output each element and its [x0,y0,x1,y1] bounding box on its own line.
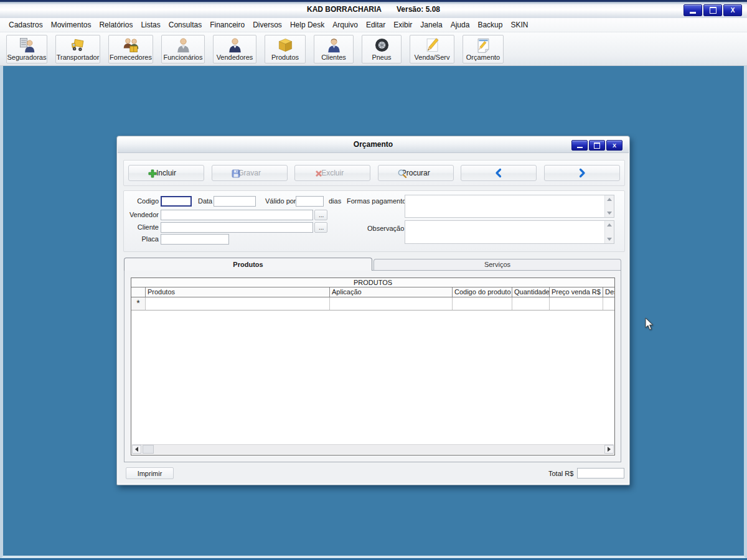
grid-col-codigo-produto[interactable]: Codigo do produto [453,287,512,297]
vendedor-input[interactable] [161,210,313,220]
cliente-input[interactable] [161,222,313,233]
grid-col-desconto[interactable]: Des [603,287,614,297]
procurar-button[interactable]: Procurar [378,165,454,181]
data-input[interactable] [214,196,256,207]
grid-cell[interactable] [453,297,512,310]
toolbar-label: Pneus [372,54,391,62]
minimize-icon [690,12,696,14]
scrollbar-thumb[interactable] [143,445,154,454]
total-input[interactable] [577,468,624,478]
maximize-icon [594,142,600,149]
scroll-right-button[interactable] [604,445,614,454]
previous-button[interactable] [461,165,537,181]
plus-icon [148,169,157,179]
orcamento-titlebar: Orçamento X [118,137,629,153]
menu-listas[interactable]: Listas [137,19,164,31]
scroll-up-icon[interactable] [607,223,612,226]
toolbar-label: Seguradoras [7,54,47,62]
menu-help-desk[interactable]: Help Desk [286,19,328,31]
toolbar-transportador-button[interactable]: Transportador [55,35,100,63]
dialog-close-button[interactable]: X [606,140,622,151]
search-icon [397,169,407,179]
scroll-left-button[interactable] [132,445,141,454]
grid-cell[interactable] [603,297,614,310]
grid-col-preco-venda[interactable]: Preço venda R$ [550,287,603,297]
application-window: KAD BORRACHARIAVersão: 5.08 X Cadastros … [0,0,747,560]
menu-financeiro[interactable]: Financeiro [206,19,248,31]
app-name: KAD BORRACHARIA [307,5,382,14]
total-label: Total R$ [548,470,573,477]
toolbar-clientes-button[interactable]: Clientes [314,35,354,63]
toolbar-seguradoras-button[interactable]: Seguradoras [6,35,47,63]
grid-col-quantidade[interactable]: Quantidade [512,287,550,297]
toolbar-vendedores-button[interactable]: Vendedores [213,35,256,63]
imprimir-button[interactable]: Imprimir [126,467,174,479]
grid-cell[interactable] [550,297,603,310]
formas-pagamento-scroll [604,195,614,217]
grid-indicator-header[interactable] [131,287,146,297]
menu-arquivo[interactable]: Arquivo [329,19,362,31]
toolbar-produtos-button[interactable]: Produtos [265,35,306,63]
toolbar-orcamento-button[interactable]: Orçamento [463,35,504,63]
minimize-icon [577,147,583,148]
menubar: Cadastros Movimentos Relatórios Listas C… [0,18,747,32]
scroll-up-icon[interactable] [607,198,612,201]
valido-por-input[interactable] [296,196,324,207]
menu-diversos[interactable]: Diversos [249,19,286,31]
chevron-left-icon [494,168,504,178]
codigo-input[interactable] [161,196,192,207]
scroll-left-icon [135,447,138,452]
menu-movimentos[interactable]: Movimentos [47,19,95,31]
incluir-button[interactable]: Incluir [128,165,204,181]
menu-ajuda[interactable]: Ajuda [447,19,474,31]
delete-x-icon [314,169,324,179]
app-version: Versão: 5.08 [397,5,440,14]
grid-col-produtos[interactable]: Produtos [146,287,330,297]
toolbar-venda-serv-button[interactable]: Venda/Serv [410,35,454,63]
placa-label: Placa [125,235,159,243]
save-floppy-icon [231,169,241,179]
menu-exibir[interactable]: Exibir [390,19,416,31]
form-fields-panel: Codigo Data Válido por dias Formas pagam… [123,190,625,252]
placa-input[interactable] [161,234,229,245]
scroll-down-icon[interactable] [607,212,612,215]
orcamento-window: Orçamento X Incluir Gravar Excluir [116,136,630,485]
grid-col-aplicacao[interactable]: Aplicação [330,287,453,297]
menu-relatorios[interactable]: Relatórios [95,19,136,31]
menu-cadastros[interactable]: Cadastros [5,19,47,31]
app-title: KAD BORRACHARIAVersão: 5.08 [0,5,747,14]
grid-new-row: * [131,297,614,310]
menu-consultas[interactable]: Consultas [165,19,205,31]
menu-skin[interactable]: SKIN [507,19,532,31]
vendedor-browse-button[interactable]: ... [314,210,327,220]
menu-backup[interactable]: Backup [474,19,506,31]
tab-produtos[interactable]: Produtos [124,258,372,271]
tab-servicos[interactable]: Serviços [374,259,621,271]
next-button[interactable] [544,165,620,181]
menu-janela[interactable]: Janela [416,19,446,31]
grid-cell[interactable] [146,297,330,310]
grid-cell[interactable] [330,297,453,310]
toolbar-fornecedores-button[interactable]: Fornecedores [108,35,153,63]
close-button[interactable]: X [723,4,742,16]
toolbar-label: Venda/Serv [415,54,450,62]
menu-editar[interactable]: Editar [362,19,389,31]
toolbar-label: Fornecedores [110,54,152,62]
dialog-maximize-button[interactable] [589,140,605,151]
minimize-button[interactable] [684,4,702,16]
toolbar-funcionarios-button[interactable]: Funcionários [161,35,205,63]
produtos-grid: PRODUTOS Produtos Aplicação Codigo do pr… [131,278,615,455]
grid-horizontal-scrollbar[interactable] [132,444,614,454]
grid-cell[interactable] [512,297,550,310]
salesman-person-icon [226,37,244,54]
maximize-button[interactable] [703,4,722,16]
new-row-indicator[interactable]: * [131,297,146,310]
dialog-minimize-button[interactable] [571,140,588,151]
toolbar-label: Vendedores [217,54,253,62]
cliente-browse-button[interactable]: ... [314,222,327,233]
observacao-input[interactable] [405,221,606,246]
toolbar-label: Produtos [271,54,299,62]
formas-pagamento-input[interactable] [405,195,606,220]
toolbar-pneus-button[interactable]: Pneus [362,35,402,63]
scroll-down-icon[interactable] [607,238,612,241]
